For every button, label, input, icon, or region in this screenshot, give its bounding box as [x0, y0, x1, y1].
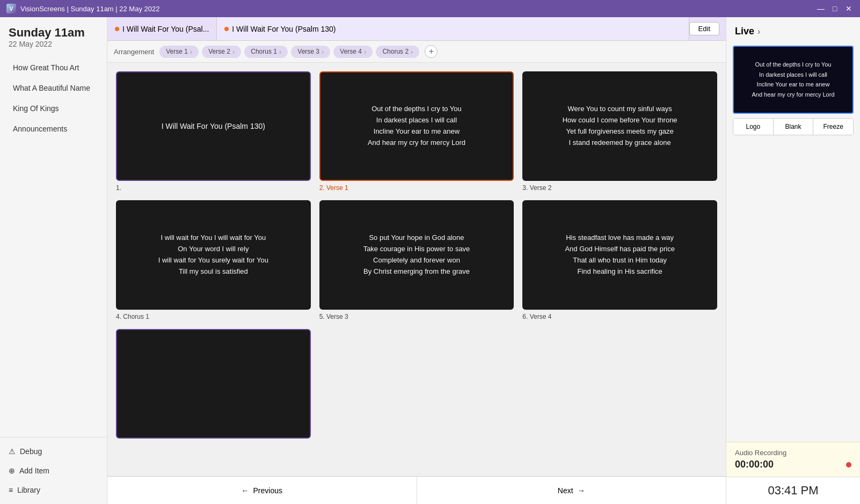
arr-chip-verse1[interactable]: Verse 1 [159, 46, 199, 58]
slide-card-6[interactable]: His steadfast love has made a wayAnd God… [522, 200, 717, 310]
debug-label: Debug [20, 447, 42, 456]
close-button[interactable]: ✕ [844, 4, 854, 13]
minimize-button[interactable]: — [816, 4, 826, 13]
slides-grid: I Will Wait For You (Psalm 130) 1. Out o… [116, 71, 717, 442]
freeze-button[interactable]: Freeze [813, 119, 853, 135]
debug-button[interactable]: ⚠ Debug [0, 442, 107, 461]
audio-recording-panel: Audio Recording 00:00:00 [726, 442, 860, 477]
slide-label-4: 4. Chorus 1 [116, 313, 311, 320]
right-panel: Live › Out of the depths I cry to YouIn … [726, 17, 860, 504]
song-tab-label-0: I Will Wait For You (Psal... [122, 25, 209, 33]
arr-chip-chorus2[interactable]: Chorus 2 [376, 46, 419, 58]
prev-arrow-icon: ← [242, 486, 249, 495]
slides-area: I Will Wait For You (Psalm 130) 1. Out o… [107, 63, 726, 476]
recording-dot-icon [846, 462, 851, 468]
song-tab-dot-0 [115, 27, 119, 31]
library-button[interactable]: ≡ Library [0, 480, 107, 500]
previous-label: Previous [253, 486, 282, 495]
slide-text-4: I will wait for You I will wait for YouO… [158, 232, 268, 277]
preview-text: Out of the depths I cry to YouIn darkest… [752, 60, 834, 100]
arrangement-bar: Arrangement Verse 1 Verse 2 Chorus 1 Ver… [107, 41, 726, 63]
slide-item-2: Out of the depths I cry to YouIn darkest… [319, 71, 514, 192]
sidebar: Sunday 11am 22 May 2022 How Great Thou A… [0, 17, 107, 504]
titlebar-title: VisionScreens | Sunday 11am | 22 May 202… [20, 5, 816, 13]
add-item-button[interactable]: ⊕ Add Item [0, 461, 107, 480]
next-arrow-icon: → [578, 486, 585, 495]
arr-chip-chorus1[interactable]: Chorus 1 [244, 46, 288, 58]
add-item-label: Add Item [19, 466, 49, 475]
next-button[interactable]: Next → [417, 477, 726, 504]
sidebar-item-announcements[interactable]: Announcements [4, 119, 103, 138]
sidebar-header: Sunday 11am 22 May 2022 [0, 17, 107, 53]
audio-label: Audio Recording [735, 449, 851, 457]
previous-button[interactable]: ← Previous [107, 477, 417, 504]
slide-card-7[interactable] [116, 329, 311, 439]
audio-time: 00:00:00 [735, 459, 851, 470]
library-label: Library [17, 486, 40, 494]
live-label: Live [735, 26, 754, 37]
live-chevron-icon: › [757, 27, 760, 36]
bottom-nav: ← Previous Next → [107, 476, 726, 504]
slide-item-3: Were You to count my sinful waysHow coul… [522, 71, 717, 192]
arr-chip-verse2[interactable]: Verse 2 [202, 46, 241, 58]
sidebar-items: How Great Thou Art What A Beautiful Name… [0, 53, 107, 437]
library-icon: ≡ [9, 486, 13, 494]
slide-item-5: So put Your hope in God aloneTake courag… [319, 200, 514, 320]
slide-label-5: 5. Verse 3 [319, 313, 514, 320]
slide-label-2: 2. Verse 1 [319, 184, 514, 192]
slide-text-5: So put Your hope in God aloneTake courag… [363, 232, 470, 277]
warning-icon: ⚠ [9, 447, 16, 456]
arr-chip-verse4[interactable]: Verse 4 [333, 46, 373, 58]
slide-label-1: 1. [116, 184, 311, 192]
edit-button[interactable]: Edit [689, 22, 719, 35]
slide-card-2[interactable]: Out of the depths I cry to YouIn darkest… [319, 71, 514, 181]
preview-screen: Out of the depths I cry to YouIn darkest… [733, 46, 854, 114]
song-tab-label-1: I Will Wait For You (Psalm 130) [232, 25, 336, 33]
arr-chip-verse3[interactable]: Verse 3 [291, 46, 330, 58]
slide-item-7 [116, 329, 311, 442]
slide-title-text-1: I Will Wait For You (Psalm 130) [162, 122, 265, 130]
app-icon-text: V [9, 5, 13, 12]
slide-item-6: His steadfast love has made a wayAnd God… [522, 200, 717, 320]
slide-text-3: Were You to count my sinful waysHow coul… [563, 104, 677, 148]
app-icon: V [6, 4, 16, 13]
maximize-button[interactable]: □ [830, 4, 840, 13]
right-spacer [726, 140, 860, 442]
song-tab-dot-1 [224, 27, 229, 31]
logo-button[interactable]: Logo [733, 119, 774, 135]
song-tab-1[interactable]: I Will Wait For You (Psalm 130) [217, 17, 689, 41]
blank-button[interactable]: Blank [774, 119, 814, 135]
titlebar-controls: — □ ✕ [816, 4, 854, 13]
sidebar-bottom: ⚠ Debug ⊕ Add Item ≡ Library [0, 437, 107, 504]
main-content: I Will Wait For You (Psal... I Will Wait… [107, 17, 726, 504]
next-label: Next [558, 486, 573, 495]
arrangement-label: Arrangement [114, 48, 154, 56]
slide-card-5[interactable]: So put Your hope in God aloneTake courag… [319, 200, 514, 310]
slide-card-1[interactable]: I Will Wait For You (Psalm 130) [116, 71, 311, 181]
slide-label-3: 3. Verse 2 [522, 184, 717, 192]
sidebar-item-beautiful-name[interactable]: What A Beautiful Name [4, 78, 103, 98]
slide-item-1: I Will Wait For You (Psalm 130) 1. [116, 71, 311, 192]
arrangement-add-button[interactable]: + [425, 45, 438, 58]
sidebar-subtitle: 22 May 2022 [9, 40, 98, 48]
app-body: Sunday 11am 22 May 2022 How Great Thou A… [0, 17, 860, 504]
screen-controls: Logo Blank Freeze [733, 118, 854, 135]
sidebar-title: Sunday 11am [9, 26, 98, 40]
slide-item-4: I will wait for You I will wait for YouO… [116, 200, 311, 320]
clock-display: 03:41 PM [726, 477, 860, 504]
titlebar: V VisionScreens | Sunday 11am | 22 May 2… [0, 0, 860, 17]
slide-card-4[interactable]: I will wait for You I will wait for YouO… [116, 200, 311, 310]
sidebar-item-how-great[interactable]: How Great Thou Art [4, 58, 103, 77]
song-tab-0[interactable]: I Will Wait For You (Psal... [107, 17, 217, 41]
sidebar-item-king-of-kings[interactable]: King Of Kings [4, 99, 103, 118]
audio-time-value: 00:00:00 [735, 459, 774, 470]
plus-icon: ⊕ [9, 466, 15, 475]
slide-card-3[interactable]: Were You to count my sinful waysHow coul… [522, 71, 717, 181]
song-tabs-bar: I Will Wait For You (Psal... I Will Wait… [107, 17, 726, 41]
slide-text-6: His steadfast love has made a wayAnd God… [565, 232, 675, 277]
slide-text-2: Out of the depths I cry to YouIn darkest… [368, 104, 465, 148]
live-header: Live › [726, 17, 860, 46]
slide-label-6: 6. Verse 4 [522, 313, 717, 320]
